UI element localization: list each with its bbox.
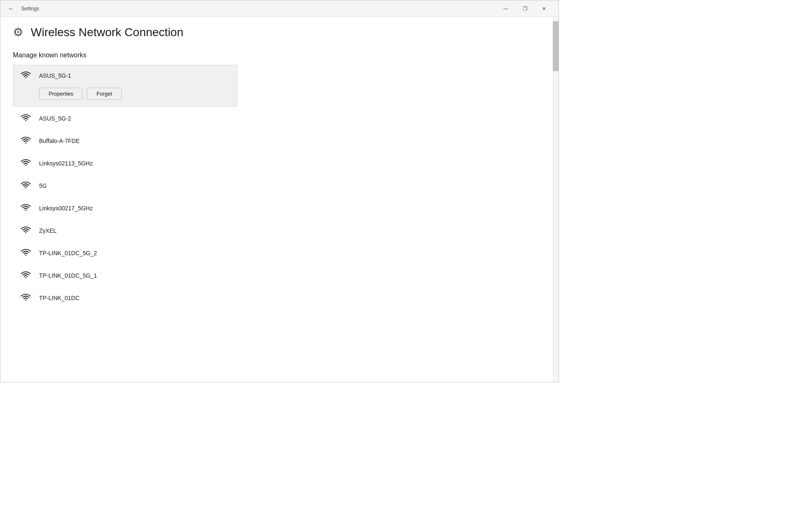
network-buttons-0: Properties Forget xyxy=(39,88,231,102)
page-content: ⚙ Wireless Network Connection Manage kno… xyxy=(0,17,559,382)
network-name-3: Linksys02113_5GHz xyxy=(39,160,93,167)
network-item-4[interactable]: 5G xyxy=(13,175,237,197)
network-name-5: Linksys00217_5GHz xyxy=(39,205,93,212)
network-item-1[interactable]: ASUS_5G-2 xyxy=(13,108,237,129)
wifi-icon-7 xyxy=(19,247,32,259)
network-item-9[interactable]: TP-LINK_01DC xyxy=(13,287,237,309)
settings-window: ← Settings — ❐ ✕ ⚙ Wireless Network Conn… xyxy=(0,0,559,382)
window-title: Settings xyxy=(21,6,39,12)
close-button[interactable]: ✕ xyxy=(534,0,554,17)
wifi-icon-0 xyxy=(19,69,32,82)
page-header: ⚙ Wireless Network Connection xyxy=(13,25,546,39)
scrollbar-track xyxy=(553,17,559,382)
page-title: Wireless Network Connection xyxy=(31,26,183,39)
network-item-6[interactable]: ZyXEL xyxy=(13,220,237,241)
minimize-button[interactable]: — xyxy=(496,0,515,17)
network-name-0: ASUS_5G-1 xyxy=(39,72,71,79)
network-item-7[interactable]: TP-LINK_01DC_5G_2 xyxy=(13,242,237,264)
network-item-top-5: Linksys00217_5GHz xyxy=(19,202,231,214)
section-title: Manage known networks xyxy=(13,52,546,59)
wifi-icon-3 xyxy=(19,157,32,170)
network-name-2: Buffalo-A-7FDE xyxy=(39,138,80,144)
network-item-top-6: ZyXEL xyxy=(19,224,231,237)
titlebar-left: ← Settings xyxy=(5,4,39,13)
scrollbar-thumb[interactable] xyxy=(553,21,559,71)
network-list: ASUS_5G-1 Properties Forget xyxy=(13,65,237,309)
network-item-top-7: TP-LINK_01DC_5G_2 xyxy=(19,247,231,259)
network-item-top-1: ASUS_5G-2 xyxy=(19,112,231,125)
network-name-9: TP-LINK_01DC xyxy=(39,295,79,301)
network-item-top-9: TP-LINK_01DC xyxy=(19,292,231,304)
wifi-icon-2 xyxy=(19,135,32,147)
network-item-2[interactable]: Buffalo-A-7FDE xyxy=(13,130,237,152)
wifi-icon-9 xyxy=(19,292,32,304)
network-item-5[interactable]: Linksys00217_5GHz xyxy=(13,197,237,219)
network-name-6: ZyXEL xyxy=(39,227,57,234)
window-controls: — ❐ ✕ xyxy=(496,0,554,17)
network-item-0[interactable]: ASUS_5G-1 Properties Forget xyxy=(13,65,237,107)
wifi-icon-1 xyxy=(19,112,32,125)
network-name-8: TP-LINK_01DC_5G_1 xyxy=(39,272,97,279)
titlebar: ← Settings — ❐ ✕ xyxy=(0,0,559,17)
network-item-8[interactable]: TP-LINK_01DC_5G_1 xyxy=(13,265,237,286)
network-item-top-4: 5G xyxy=(19,180,231,192)
network-name-4: 5G xyxy=(39,182,47,189)
wifi-icon-8 xyxy=(19,269,32,282)
network-item-3[interactable]: Linksys02113_5GHz xyxy=(13,153,237,174)
network-item-top-0: ASUS_5G-1 xyxy=(19,69,231,82)
wifi-icon-5 xyxy=(19,202,32,214)
wifi-icon-6 xyxy=(19,224,32,237)
back-button[interactable]: ← xyxy=(5,4,17,13)
forget-button-0[interactable]: Forget xyxy=(87,88,122,100)
network-item-top-2: Buffalo-A-7FDE xyxy=(19,135,231,147)
properties-button-0[interactable]: Properties xyxy=(39,88,83,100)
wifi-icon-4 xyxy=(19,180,32,192)
network-name-7: TP-LINK_01DC_5G_2 xyxy=(39,250,97,256)
network-name-1: ASUS_5G-2 xyxy=(39,115,71,122)
maximize-button[interactable]: ❐ xyxy=(515,0,534,17)
gear-icon: ⚙ xyxy=(13,25,23,39)
network-item-top-3: Linksys02113_5GHz xyxy=(19,157,231,170)
network-item-top-8: TP-LINK_01DC_5G_1 xyxy=(19,269,231,282)
